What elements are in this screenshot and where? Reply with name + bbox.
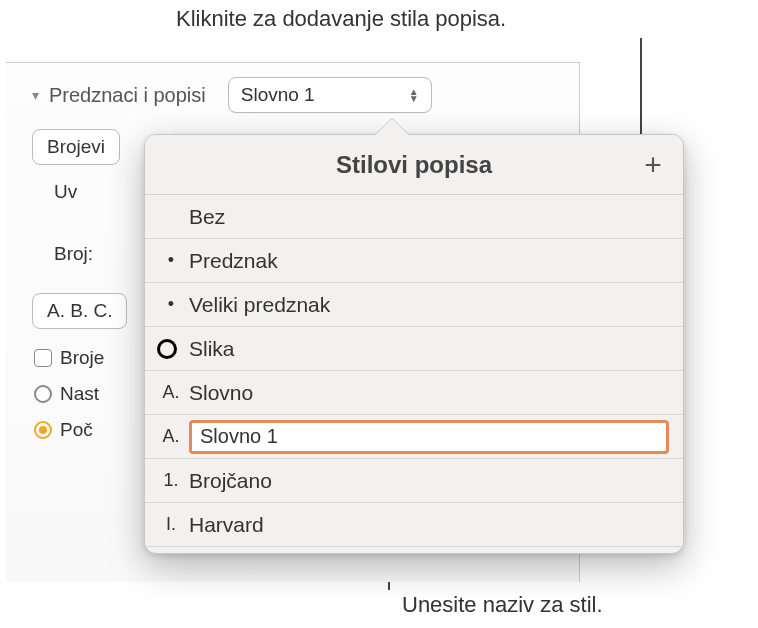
style-item-label: Brojčano xyxy=(189,469,272,493)
dropdown-value: Slovno 1 xyxy=(241,84,315,106)
bullet-glyph: A. xyxy=(159,426,183,447)
style-list-item[interactable]: I.Harvard xyxy=(145,503,683,547)
bullet-glyph: • xyxy=(159,294,183,315)
style-list-item[interactable]: Bez xyxy=(145,195,683,239)
style-list-item[interactable]: 1.Brojčano xyxy=(145,459,683,503)
checkbox-label: Broje xyxy=(60,347,104,369)
style-item-label: Veliki predznak xyxy=(189,293,330,317)
radio-label: Nast xyxy=(60,383,99,405)
plus-icon: + xyxy=(644,148,662,182)
chevron-down-icon: ▾ xyxy=(32,87,39,103)
radio-label: Poč xyxy=(60,419,93,441)
style-item-label: Predznak xyxy=(189,249,278,273)
style-list-item[interactable]: A. xyxy=(145,415,683,459)
bullet-glyph: • xyxy=(159,250,183,271)
bullets-lists-section-label[interactable]: ▾ Predznaci i popisi xyxy=(32,84,206,107)
section-label-text: Predznaci i popisi xyxy=(49,84,206,107)
checkbox-icon xyxy=(34,349,52,367)
list-styles-popup: Stilovi popisa + Bez•Predznak•Veliki pre… xyxy=(144,134,684,554)
style-list-item[interactable]: Slika xyxy=(145,327,683,371)
style-list[interactable]: Bez•Predznak•Veliki predznakSlikaA.Slovn… xyxy=(145,195,683,554)
bullet-glyph: I. xyxy=(159,514,183,535)
callout-add-style: Kliknite za dodavanje stila popisa. xyxy=(176,6,506,32)
radio-icon xyxy=(34,385,52,403)
style-item-label: Slovno xyxy=(189,381,253,405)
style-list-item[interactable]: •Predznak xyxy=(145,239,683,283)
style-item-label: Bez xyxy=(189,205,225,229)
add-style-button[interactable]: + xyxy=(637,149,669,181)
numbers-tab[interactable]: Brojevi xyxy=(32,129,120,165)
style-item-label: Harvard xyxy=(189,513,264,537)
callout-name-style: Unesite naziv za stil. xyxy=(402,592,603,618)
number-format-dropdown[interactable]: A. B. C. xyxy=(32,293,127,329)
bullet-glyph: A. xyxy=(159,382,183,403)
list-style-dropdown[interactable]: Slovno 1 ▲▼ xyxy=(228,77,432,113)
popup-title-text: Stilovi popisa xyxy=(336,151,492,179)
circle-bullet-icon xyxy=(157,339,177,359)
style-list-item[interactable]: •Veliki predznak xyxy=(145,283,683,327)
popup-title: Stilovi popisa + xyxy=(145,135,683,195)
stepper-arrows-icon: ▲▼ xyxy=(409,88,419,102)
radio-icon-selected xyxy=(34,421,52,439)
style-name-input[interactable] xyxy=(189,420,669,454)
bullet-glyph: 1. xyxy=(159,470,183,491)
style-item-label: Slika xyxy=(189,337,235,361)
style-list-item[interactable]: A.Slovno xyxy=(145,371,683,415)
